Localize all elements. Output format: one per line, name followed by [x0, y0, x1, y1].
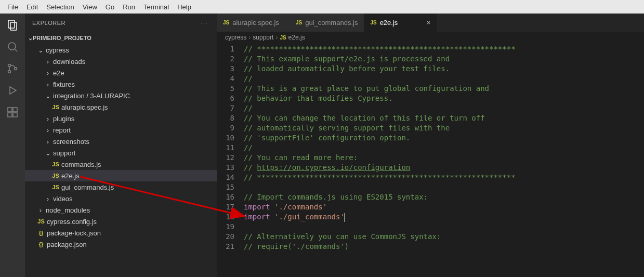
- source-control-icon[interactable]: [6, 62, 19, 75]
- code-line[interactable]: //: [244, 74, 516, 84]
- file-tree: ⌄cypress›downloads›e2e›fixtures⌄integrat…: [25, 44, 217, 250]
- code-line[interactable]: import './gui_commands': [244, 212, 516, 222]
- folder-row[interactable]: ›node_modules: [25, 204, 217, 216]
- chevron-right-icon: ›: [36, 206, 45, 214]
- js-icon: JS: [280, 35, 286, 41]
- run-debug-icon[interactable]: [6, 84, 19, 97]
- file-row[interactable]: JScypress.config.js: [25, 216, 217, 227]
- project-header[interactable]: ⌄ PRIMEIRO_PROJETO: [25, 32, 217, 44]
- svg-marker-7: [10, 87, 16, 94]
- activity-bar: [0, 14, 25, 277]
- folder-row[interactable]: ⌄cypress: [25, 44, 217, 56]
- code-line[interactable]: import './commands': [244, 202, 516, 212]
- line-number: 1: [217, 44, 234, 54]
- svg-rect-10: [8, 113, 12, 117]
- folder-row[interactable]: ›report: [25, 124, 217, 136]
- code-line[interactable]: // You can change the location of this f…: [244, 113, 516, 123]
- svg-rect-11: [13, 113, 17, 117]
- line-number: 14: [217, 173, 234, 182]
- code-line[interactable]: // https://on.cypress.io/configuration: [244, 163, 516, 173]
- editor-tab[interactable]: JSalurapic.spec.js: [217, 14, 290, 32]
- menu-edit[interactable]: Edit: [22, 3, 42, 11]
- tree-label: e2e.js: [60, 172, 80, 180]
- js-icon: JS: [296, 20, 302, 25]
- svg-point-2: [8, 43, 16, 50]
- code-line[interactable]: // *************************************…: [244, 173, 516, 182]
- code-line[interactable]: // This is a great place to put global c…: [244, 84, 516, 94]
- code-area[interactable]: 123456789101112131415161718192021 // ***…: [217, 43, 644, 277]
- line-number: 18: [217, 212, 234, 222]
- folder-row[interactable]: ›e2e: [25, 67, 217, 78]
- tree-label: screenshots: [52, 138, 89, 146]
- code-line[interactable]: // This example support/e2e.js is proces…: [244, 54, 516, 64]
- code-line[interactable]: // You can read more here:: [244, 153, 516, 163]
- file-row[interactable]: JScommands.js: [25, 159, 217, 170]
- code-line[interactable]: //: [244, 103, 516, 113]
- extensions-icon[interactable]: [6, 106, 19, 118]
- line-number: 21: [217, 242, 234, 252]
- code-line[interactable]: [244, 182, 516, 192]
- tab-label: alurapic.spec.js: [232, 19, 279, 27]
- code-line[interactable]: // Import commands.js using ES2015 synta…: [244, 192, 516, 202]
- breadcrumb[interactable]: cypress › support › JS e2e.js: [217, 32, 644, 43]
- explorer-icon[interactable]: [6, 19, 19, 31]
- tab-label: gui_commands.js: [305, 19, 358, 27]
- menu-help[interactable]: Help: [173, 3, 195, 11]
- more-icon[interactable]: ···: [199, 20, 209, 26]
- file-row[interactable]: {}package.json: [25, 239, 217, 250]
- menu-file[interactable]: File: [3, 3, 22, 11]
- chevron-down-icon: ⌄: [44, 149, 52, 157]
- menu-terminal[interactable]: Terminal: [139, 3, 173, 11]
- editor-tab[interactable]: JSgui_commands.js: [290, 14, 364, 32]
- line-number: 19: [217, 222, 234, 232]
- menu-view[interactable]: View: [78, 3, 101, 11]
- text-cursor: [344, 213, 345, 222]
- chevron-down-icon: ⌄: [28, 35, 33, 42]
- folder-row[interactable]: ›plugins: [25, 113, 217, 124]
- tab-label: e2e.js: [380, 19, 398, 27]
- code-content[interactable]: // *************************************…: [244, 43, 516, 277]
- tree-label: plugins: [52, 115, 74, 123]
- close-icon[interactable]: ×: [427, 19, 431, 27]
- file-row[interactable]: JSe2e.js: [25, 170, 217, 181]
- code-line[interactable]: //: [244, 143, 516, 153]
- line-number: 16: [217, 192, 234, 202]
- tree-label: support: [52, 149, 75, 157]
- file-row[interactable]: JSgui_commands.js: [25, 181, 217, 193]
- folder-row[interactable]: ⌄integration / 3-ALURAPIC: [25, 90, 217, 101]
- code-line[interactable]: [244, 222, 516, 232]
- line-number: 17: [217, 202, 234, 212]
- code-line[interactable]: // automatically serving support files w…: [244, 123, 516, 133]
- code-line[interactable]: // loaded automatically before your test…: [244, 64, 516, 74]
- tree-label: node_modules: [45, 206, 90, 214]
- line-number: 10: [217, 133, 234, 143]
- menu-selection[interactable]: Selection: [42, 3, 78, 11]
- editor-tab[interactable]: JSe2e.js×: [364, 14, 437, 32]
- folder-row[interactable]: ›fixtures: [25, 78, 217, 90]
- code-line[interactable]: // 'supportFile' configuration option.: [244, 133, 516, 143]
- folder-row[interactable]: ›videos: [25, 193, 217, 204]
- file-row[interactable]: {}package-lock.json: [25, 227, 217, 239]
- folder-row[interactable]: ›screenshots: [25, 136, 217, 147]
- sidebar: EXPLORER ··· ⌄ PRIMEIRO_PROJETO ⌄cypress…: [25, 14, 217, 277]
- svg-rect-1: [10, 22, 17, 30]
- tree-label: videos: [52, 195, 73, 203]
- tree-label: alurapic.spec.js: [60, 103, 108, 111]
- menu-go[interactable]: Go: [101, 3, 119, 11]
- code-line[interactable]: // *************************************…: [244, 44, 516, 54]
- tree-label: package-lock.json: [46, 229, 101, 237]
- search-icon[interactable]: [6, 41, 19, 53]
- code-line[interactable]: // behavior that modifies Cypress.: [244, 94, 516, 103]
- menu-bar: File Edit Selection View Go Run Terminal…: [0, 0, 644, 14]
- breadcrumb-seg: e2e.js: [288, 34, 305, 41]
- code-line[interactable]: // require('./commands'): [244, 242, 516, 252]
- code-line[interactable]: // Alternatively you can use CommonJS sy…: [244, 232, 516, 242]
- line-number: 7: [217, 103, 234, 113]
- svg-point-4: [8, 64, 11, 67]
- folder-row[interactable]: ›downloads: [25, 56, 217, 67]
- menu-run[interactable]: Run: [119, 3, 139, 11]
- folder-row[interactable]: ⌄support: [25, 147, 217, 159]
- line-number: 2: [217, 54, 234, 64]
- svg-point-5: [8, 71, 11, 73]
- file-row[interactable]: JSalurapic.spec.js: [25, 101, 217, 113]
